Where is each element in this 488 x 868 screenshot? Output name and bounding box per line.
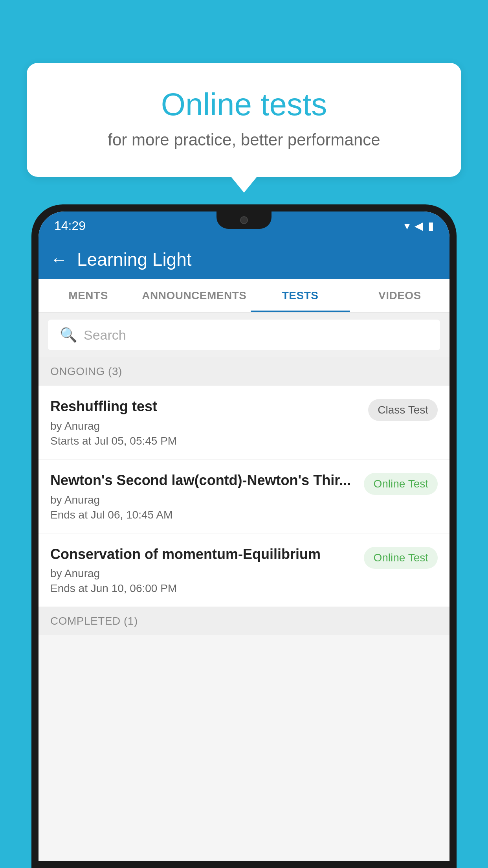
test-by-3: by Anurag	[50, 567, 356, 580]
tabs-container: MENTS ANNOUNCEMENTS TESTS VIDEOS	[39, 279, 449, 313]
tab-videos[interactable]: VIDEOS	[350, 279, 449, 312]
search-icon: 🔍	[60, 327, 77, 343]
test-info-1: Reshuffling test by Anurag Starts at Jul…	[50, 397, 360, 447]
phone-screen: 14:29 ▾ ◀ ▮ ← Learning Light MENTS ANNOU…	[39, 211, 449, 861]
tab-announcements[interactable]: ANNOUNCEMENTS	[138, 279, 250, 312]
back-button[interactable]: ←	[50, 250, 68, 269]
test-item-3[interactable]: Conservation of momentum-Equilibrium by …	[39, 533, 449, 607]
test-date-1: Starts at Jul 05, 05:45 PM	[50, 435, 360, 447]
test-info-2: Newton's Second law(contd)-Newton's Thir…	[50, 471, 356, 521]
test-item-2[interactable]: Newton's Second law(contd)-Newton's Thir…	[39, 460, 449, 533]
search-bar[interactable]: 🔍 Search	[48, 320, 440, 350]
wifi-icon: ▾	[404, 219, 410, 232]
test-by-1: by Anurag	[50, 420, 360, 432]
test-name-3: Conservation of momentum-Equilibrium	[50, 545, 356, 564]
test-by-2: by Anurag	[50, 494, 356, 506]
status-bar: 14:29 ▾ ◀ ▮	[39, 211, 449, 240]
tab-tests[interactable]: TESTS	[251, 279, 350, 312]
notch	[216, 211, 272, 229]
test-name-2: Newton's Second law(contd)-Newton's Thir…	[50, 471, 356, 490]
test-date-3: Ends at Jun 10, 06:00 PM	[50, 582, 356, 595]
signal-icon: ◀	[415, 219, 423, 232]
app-bar: ← Learning Light	[39, 240, 449, 279]
battery-icon: ▮	[428, 219, 434, 232]
bubble-title: Online tests	[46, 86, 442, 123]
search-container: 🔍 Search	[39, 313, 449, 357]
speech-bubble: Online tests for more practice, better p…	[27, 63, 461, 177]
test-badge-2: Online Test	[364, 473, 438, 495]
status-icons: ▾ ◀ ▮	[404, 219, 434, 232]
phone-frame: 14:29 ▾ ◀ ▮ ← Learning Light MENTS ANNOU…	[31, 204, 457, 868]
status-time: 14:29	[54, 219, 86, 233]
search-placeholder: Search	[84, 327, 126, 343]
completed-section-header: COMPLETED (1)	[39, 607, 449, 635]
test-info-3: Conservation of momentum-Equilibrium by …	[50, 545, 356, 595]
camera-dot	[240, 216, 248, 224]
tab-ments[interactable]: MENTS	[39, 279, 138, 312]
bubble-subtitle: for more practice, better performance	[46, 131, 442, 149]
test-name-1: Reshuffling test	[50, 397, 360, 416]
test-item-1[interactable]: Reshuffling test by Anurag Starts at Jul…	[39, 386, 449, 460]
test-date-2: Ends at Jul 06, 10:45 AM	[50, 509, 356, 521]
app-title: Learning Light	[77, 249, 192, 270]
ongoing-section-header: ONGOING (3)	[39, 357, 449, 386]
test-badge-1: Class Test	[368, 399, 438, 421]
test-badge-3: Online Test	[364, 547, 438, 569]
